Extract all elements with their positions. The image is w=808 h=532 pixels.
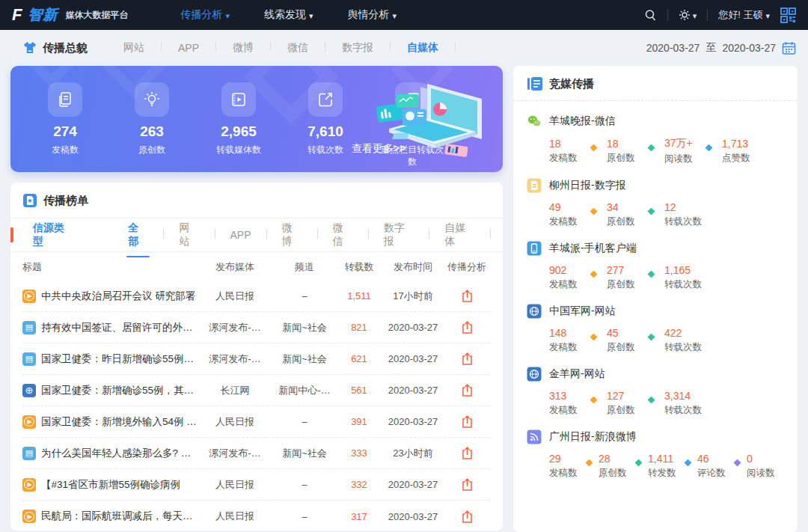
diamond-bullet (590, 207, 598, 215)
user-menu[interactable]: 您好! 王硕 (718, 8, 770, 22)
article-title-link[interactable]: 民航局：国际航班调减后，每天… (22, 510, 199, 523)
repost-count: 333 (338, 447, 380, 459)
ftab-app[interactable]: APP (215, 229, 266, 241)
list-book-icon (527, 76, 543, 91)
qr-code-icon[interactable] (780, 7, 796, 23)
channel: 新闻中心-… (271, 384, 338, 397)
topbar-right-group: 您好! 王硕 (644, 7, 796, 23)
propagation-analysis-icon[interactable] (461, 510, 474, 524)
tab-wechat[interactable]: 微信 (271, 41, 325, 55)
propagation-analysis-icon[interactable] (461, 289, 474, 303)
stat: 422转载次数 (664, 327, 706, 354)
media-name-link[interactable]: 金羊网-网站 (527, 367, 784, 382)
tab-website[interactable]: 网站 (107, 41, 161, 55)
propagation-analysis-icon[interactable] (461, 446, 474, 460)
ftab-digital-paper[interactable]: 数字报 (369, 221, 429, 248)
stat: 29发稿数 (549, 453, 587, 480)
tab-app[interactable]: APP (162, 42, 215, 54)
diamond-bullet (648, 333, 655, 340)
channel: 新闻~社会 (271, 447, 338, 460)
video-icon (22, 478, 36, 492)
laptop-illustration (356, 70, 498, 171)
date-range-picker[interactable]: 2020-03-27 至 2020-03-27 (646, 41, 796, 55)
diamond-bullet (590, 144, 598, 151)
topbar-divider (707, 9, 708, 21)
repost-count: 621 (338, 353, 380, 364)
ftab-website[interactable]: 网站 (164, 221, 214, 248)
tab-we-media[interactable]: 自媒体 (391, 41, 455, 55)
logo-subtitle: 媒体大数据平台 (65, 9, 128, 22)
media-item: 羊城晚报-微信 18发稿数 18原创数 37万+阅读数 1,713点赞数 (527, 114, 784, 165)
page-content: 274 发稿数 263 原创数 2,965 转载媒体数 (0, 66, 808, 532)
publish-time: 2020-03-27 (380, 353, 446, 364)
channel: – (271, 416, 338, 427)
repost-count: 561 (338, 385, 380, 396)
logo-f-mark: F (12, 7, 22, 23)
article-title-link[interactable]: 国家卫健委：新增确诊55例，其… (22, 384, 199, 397)
tab-digital-paper[interactable]: 数字报 (325, 41, 390, 55)
propagation-analysis-icon[interactable] (461, 320, 474, 334)
media-item: 中国军网-网站 148发稿数 45原创数 422转载次数 (527, 304, 784, 354)
article-title-link[interactable]: 为什么美国年轻人感染那么多? … (22, 447, 199, 460)
nav-item-clue-discovery[interactable]: 线索发现 (264, 8, 313, 22)
app-logo[interactable]: F 智新 媒体大数据平台 (12, 5, 128, 25)
nav-item-propagation-analysis[interactable]: 传播分析 (180, 8, 230, 22)
article-title-link[interactable]: 中共中央政治局召开会议 研究部署 (22, 290, 199, 303)
media-item: 柳州日报-数字报 49发稿数 34原创数 12转载次数 (527, 178, 784, 228)
media-stats: 49发稿数 34原创数 12转载次数 (549, 201, 784, 228)
propagation-analysis-icon[interactable] (461, 415, 474, 429)
article-title-link[interactable]: 【#31省区市新增55例确诊病例 (22, 478, 199, 492)
ftab-weibo[interactable]: 微博 (267, 221, 317, 248)
search-icon[interactable] (644, 9, 657, 22)
stat-label: 转载媒体数 (216, 144, 261, 156)
stat-repost-media: 2,965 转载媒体数 (206, 82, 271, 168)
propagation-analysis-icon[interactable] (461, 383, 474, 397)
stat: 127原创数 (607, 390, 649, 417)
publish-time: 23小时前 (380, 447, 446, 460)
newspaper-icon (527, 178, 542, 193)
publish-media: 人民日报 (199, 415, 271, 429)
propagation-analysis-icon[interactable] (461, 352, 474, 366)
ftab-all[interactable]: 全部 (113, 221, 163, 248)
video-box-icon (221, 82, 256, 117)
media-name-link[interactable]: 广州日报-新浪微博 (527, 429, 784, 444)
article-title-link[interactable]: 国家卫健委：昨日新增确诊55例… (22, 352, 199, 366)
media-name-link[interactable]: 柳州日报-数字报 (527, 178, 784, 193)
channel: 新闻~社会 (271, 352, 338, 366)
media-name-link[interactable]: 羊城派-手机客户端 (527, 241, 784, 256)
publish-media: 人民日报 (199, 478, 271, 492)
article-title-link[interactable]: 持有效中国签证、居留许可的外… (22, 321, 199, 334)
ftab-wechat[interactable]: 微信 (318, 221, 368, 248)
media-item: 金羊网-网站 313发稿数 127原创数 3,314转载次数 (527, 367, 784, 417)
media-item: 广州日报-新浪微博 29发稿数 28原创数 1,411转发数 46评论数 0阅读… (527, 429, 784, 480)
main-nav: 传播分析 线索发现 舆情分析 (180, 8, 397, 22)
diamond-bullet (648, 144, 655, 151)
media-name-link[interactable]: 中国军网-网站 (527, 304, 784, 319)
tab-overview[interactable]: 传播总貌 (22, 41, 88, 55)
publish-media: 人民日报 (199, 290, 271, 303)
doc-icon (22, 321, 36, 334)
tab-weibo[interactable]: 微博 (216, 41, 270, 55)
stat: 34原创数 (607, 201, 649, 228)
ranking-title: 传播榜单 (43, 194, 88, 208)
article-title-link[interactable]: 国家卫健委：新增境外输入54例 … (22, 415, 199, 429)
channel-tabs: 网站 APP 微博 微信 数字报 自媒体 (107, 41, 456, 55)
media-item: 羊城派-手机客户端 902发稿数 277原创数 1,165转载次数 (527, 241, 784, 291)
nav-item-sentiment-analysis[interactable]: 舆情分析 (348, 8, 397, 22)
ranking-doc-icon (22, 193, 37, 208)
weibo-icon (527, 429, 542, 444)
stat: 46评论数 (697, 453, 735, 480)
ftab-we-media[interactable]: 自媒体 (429, 221, 490, 248)
settings-gear-icon[interactable] (679, 9, 697, 21)
media-name-link[interactable]: 羊城晚报-微信 (527, 114, 784, 129)
mobile-icon (527, 241, 542, 256)
stat: 37万+阅读数 (664, 137, 706, 165)
col-header-analysis: 传播分析 (446, 260, 488, 274)
repost-count: 1,511 (338, 290, 380, 302)
table-row: 国家卫健委：新增境外输入54例 … 人民日报 – 391 2020-03-27 (22, 406, 491, 438)
propagation-analysis-icon[interactable] (461, 477, 474, 492)
wechat-icon (527, 114, 542, 129)
topbar-divider (667, 9, 668, 21)
doc-icon (22, 352, 36, 366)
calendar-icon[interactable] (782, 41, 796, 55)
